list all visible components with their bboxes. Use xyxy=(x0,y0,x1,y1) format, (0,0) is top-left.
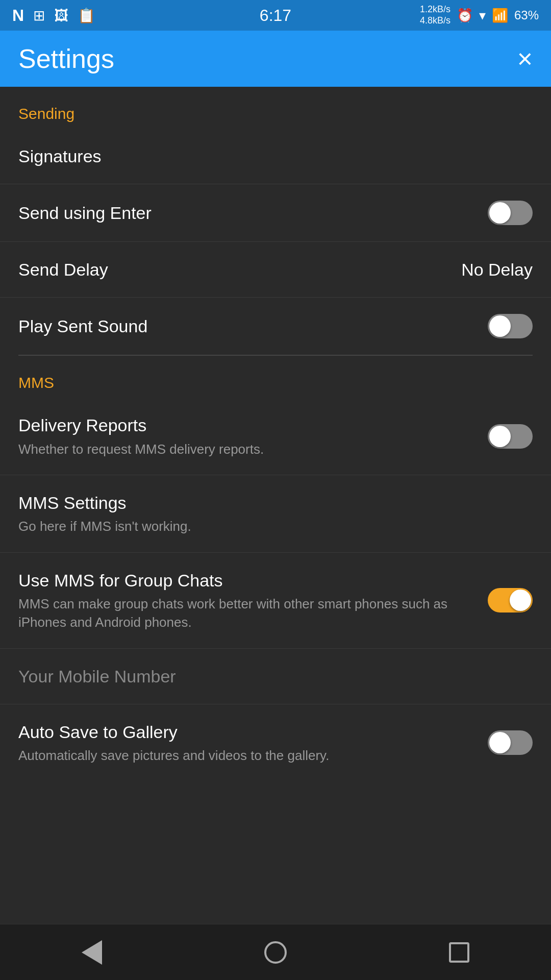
home-icon xyxy=(264,941,287,964)
use-mms-group-chats-title: Use MMS for Group Chats xyxy=(18,569,475,592)
your-mobile-number-text: Your Mobile Number xyxy=(18,665,533,688)
signatures-row[interactable]: Signatures xyxy=(0,129,551,184)
navigation-bar xyxy=(0,924,551,980)
clipboard-icon: 📋 xyxy=(78,7,95,24)
image-icon: 🖼 xyxy=(54,7,68,24)
status-bar: N ⊞ 🖼 📋 6:17 1.2kB/s 4.8kB/s ⏰ ▾ 📶 63% xyxy=(0,0,551,31)
mms-section-header: MMS xyxy=(0,356,551,398)
delivery-reports-row[interactable]: Delivery Reports Whether to request MMS … xyxy=(0,398,551,475)
mms-section: MMS Delivery Reports Whether to request … xyxy=(0,356,551,781)
recents-icon xyxy=(449,942,469,963)
send-delay-text: Send Delay xyxy=(18,258,461,281)
alarm-icon: ⏰ xyxy=(457,8,473,23)
send-using-enter-row[interactable]: Send using Enter xyxy=(0,184,551,242)
send-using-enter-title: Send using Enter xyxy=(18,202,475,224)
netflix-icon: N xyxy=(12,6,24,25)
send-delay-row[interactable]: Send Delay No Delay xyxy=(0,242,551,298)
delivery-reports-subtitle: Whether to request MMS delivery reports. xyxy=(18,440,475,458)
send-delay-value: No Delay xyxy=(461,260,533,280)
auto-save-gallery-subtitle: Automatically save pictures and videos t… xyxy=(18,746,475,765)
auto-save-gallery-toggle[interactable] xyxy=(488,730,533,755)
send-using-enter-text: Send using Enter xyxy=(18,202,488,224)
settings-content: Sending Signatures Send using Enter Send… xyxy=(0,87,551,924)
play-sent-sound-text: Play Sent Sound xyxy=(18,315,488,337)
play-sent-sound-title: Play Sent Sound xyxy=(18,315,475,337)
sending-section: Sending Signatures Send using Enter Send… xyxy=(0,87,551,355)
auto-save-gallery-row[interactable]: Auto Save to Gallery Automatically save … xyxy=(0,704,551,781)
status-icons-right: 1.2kB/s 4.8kB/s ⏰ ▾ 📶 63% xyxy=(420,4,539,26)
your-mobile-number-row[interactable]: Your Mobile Number xyxy=(0,649,551,704)
status-icons-left: N ⊞ 🖼 📋 xyxy=(12,6,95,25)
battery-indicator: 63% xyxy=(514,8,539,22)
play-sent-sound-row[interactable]: Play Sent Sound xyxy=(0,298,551,355)
recents-button[interactable] xyxy=(434,932,485,973)
sending-section-header: Sending xyxy=(0,87,551,129)
send-using-enter-toggle-knob xyxy=(489,202,511,224)
auto-save-gallery-toggle-knob xyxy=(489,732,511,753)
delivery-reports-toggle-knob xyxy=(489,426,511,447)
use-mms-group-chats-subtitle: MMS can make group chats work better wit… xyxy=(18,595,475,632)
screen-cast-icon: ⊞ xyxy=(33,7,45,24)
mms-settings-row[interactable]: MMS Settings Go here if MMS isn't workin… xyxy=(0,475,551,553)
delivery-reports-text: Delivery Reports Whether to request MMS … xyxy=(18,414,488,458)
signatures-title: Signatures xyxy=(18,145,520,167)
play-sent-sound-toggle[interactable] xyxy=(488,314,533,338)
mms-settings-title: MMS Settings xyxy=(18,492,520,514)
status-time: 6:17 xyxy=(260,6,291,25)
signatures-text: Signatures xyxy=(18,145,533,167)
your-mobile-number-title: Your Mobile Number xyxy=(18,665,520,688)
home-button[interactable] xyxy=(250,932,301,973)
data-speed-indicator: 1.2kB/s 4.8kB/s xyxy=(420,4,450,26)
delivery-reports-title: Delivery Reports xyxy=(18,414,475,436)
back-icon xyxy=(82,940,102,965)
page-title: Settings xyxy=(18,43,114,74)
use-mms-group-chats-row[interactable]: Use MMS for Group Chats MMS can make gro… xyxy=(0,553,551,649)
wifi-icon: ▾ xyxy=(479,8,486,23)
send-delay-title: Send Delay xyxy=(18,258,449,281)
settings-header: Settings × xyxy=(0,31,551,87)
auto-save-gallery-title: Auto Save to Gallery xyxy=(18,721,475,743)
mms-settings-subtitle: Go here if MMS isn't working. xyxy=(18,517,520,535)
use-mms-group-chats-text: Use MMS for Group Chats MMS can make gro… xyxy=(18,569,488,632)
send-using-enter-toggle[interactable] xyxy=(488,201,533,225)
use-mms-group-chats-toggle-knob xyxy=(510,590,531,611)
auto-save-gallery-text: Auto Save to Gallery Automatically save … xyxy=(18,721,488,765)
back-button[interactable] xyxy=(66,932,117,973)
delivery-reports-toggle[interactable] xyxy=(488,424,533,449)
mms-settings-text: MMS Settings Go here if MMS isn't workin… xyxy=(18,492,533,536)
use-mms-group-chats-toggle[interactable] xyxy=(488,588,533,612)
signal-icon: 📶 xyxy=(492,8,508,23)
close-button[interactable]: × xyxy=(517,43,533,74)
play-sent-sound-toggle-knob xyxy=(489,315,511,337)
